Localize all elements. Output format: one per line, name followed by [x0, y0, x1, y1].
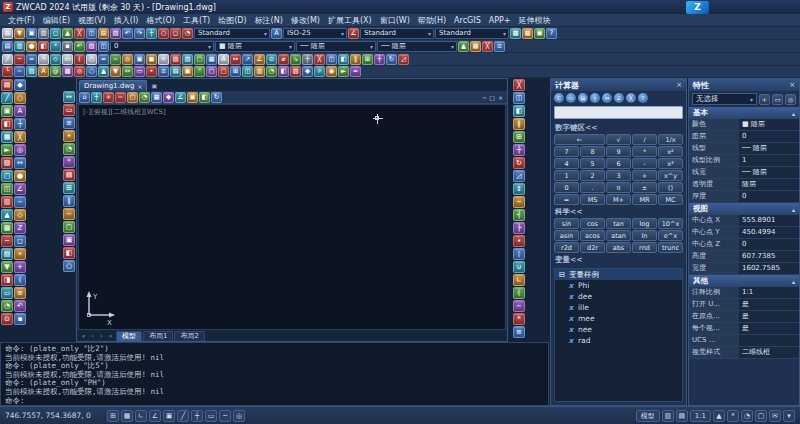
text-style-combo[interactable]: Standard	[194, 28, 270, 39]
new-drawing-tab-icon[interactable]: ▣	[149, 81, 159, 91]
doc-regen-icon[interactable]: ↻	[211, 92, 222, 103]
palette-tool-icon[interactable]: ~	[14, 196, 26, 208]
property-value[interactable]: 是	[739, 299, 799, 310]
calc-mplus-button[interactable]: M+	[606, 194, 631, 205]
color-combo[interactable]: ■ 随层	[215, 41, 295, 52]
edit-polyline-icon[interactable]: └	[2, 66, 13, 77]
cycle-toggle[interactable]: ◎	[233, 410, 245, 422]
save-icon[interactable]: ▣	[26, 28, 37, 39]
calc-tan-button[interactable]: tan	[606, 218, 631, 229]
doc-restore-icon[interactable]: ▢	[489, 92, 495, 103]
chamfer-icon[interactable]: ∟	[513, 274, 525, 286]
layer-states-icon[interactable]: ▥	[14, 41, 25, 52]
variable-item[interactable]: x mee	[555, 313, 682, 324]
calc-plusminus-button[interactable]: ±	[632, 182, 657, 193]
calc-3-button[interactable]: 3	[606, 170, 631, 181]
property-value[interactable]: ── 随层	[739, 143, 799, 154]
property-value[interactable]	[739, 335, 799, 346]
otrack-toggle[interactable]: ╱	[177, 410, 189, 422]
dim-angular-icon[interactable]: ∠	[254, 54, 265, 65]
design-center-icon[interactable]: ▣	[534, 28, 545, 39]
next-layout-icon[interactable]: ›	[97, 331, 106, 341]
doc-iso-view-icon[interactable]: ◆	[163, 92, 174, 103]
undo-icon[interactable]: ↶	[122, 28, 133, 39]
variable-item[interactable]: x Phi	[555, 280, 682, 291]
pickadd-toggle-icon[interactable]: +	[759, 94, 770, 105]
calc-ms-button[interactable]: MS	[580, 194, 605, 205]
property-value[interactable]: 是	[739, 311, 799, 322]
table-icon[interactable]: ▦	[206, 54, 217, 65]
doc-zoom-extents-icon[interactable]: ▢	[127, 92, 138, 103]
hide-icon[interactable]: ◧	[278, 66, 289, 77]
calc-pi-button[interactable]: π	[606, 182, 631, 193]
fillet-icon[interactable]: (	[513, 287, 525, 299]
rectangle-icon[interactable]: ▭	[62, 54, 73, 65]
menu-item[interactable]: 延伸模块	[515, 14, 555, 27]
offset-icon[interactable]: ∥	[350, 54, 361, 65]
menu-item[interactable]: 编辑(E)	[39, 14, 74, 27]
snap-toggle[interactable]: ⊞	[107, 410, 119, 422]
make-block-icon[interactable]: ◼	[146, 54, 157, 65]
calc-trunc-button[interactable]: trunc	[658, 242, 683, 253]
help-icon[interactable]: ?	[546, 28, 557, 39]
ungroup-icon[interactable]: ○	[86, 66, 97, 77]
calc-1-button[interactable]: 1	[554, 170, 579, 181]
audit-icon[interactable]: ▣	[182, 66, 193, 77]
move-icon[interactable]: ┼	[513, 144, 525, 156]
edit-text-icon[interactable]: A	[38, 66, 49, 77]
menu-item[interactable]: 工具(T)	[179, 14, 214, 27]
property-value[interactable]: 1:1	[739, 287, 799, 298]
side-tool-icon[interactable]: ▣	[63, 234, 75, 246]
property-value[interactable]: 0	[739, 239, 799, 250]
mleader-style-combo[interactable]: Standard	[435, 28, 509, 39]
palette-tool-icon[interactable]: ─	[1, 235, 13, 247]
orbit-icon[interactable]: ◔	[266, 66, 277, 77]
calculator-close-icon[interactable]: ×	[676, 81, 682, 89]
paste-icon[interactable]: ▤	[98, 28, 109, 39]
scientific-section-label[interactable]: 科学<<	[551, 205, 686, 218]
calc-distance-icon[interactable]: ↔	[602, 93, 612, 103]
property-value[interactable]: 随层	[739, 179, 799, 190]
dim-radius-icon[interactable]: ⊙	[266, 54, 277, 65]
calc-minus-button[interactable]: -	[632, 158, 657, 169]
command-line-area[interactable]: 命令: (plate_only "比2")当前模块未授权,功能受限,请激活后使用…	[0, 342, 549, 406]
calc-multiply-button[interactable]: *	[632, 146, 657, 157]
palette-tool-icon[interactable]: ╳	[14, 131, 26, 143]
drafting-settings-icon[interactable]: ⊞	[230, 66, 241, 77]
join-icon[interactable]: ∪	[513, 261, 525, 273]
model-paper-toggle[interactable]: 模型	[636, 410, 660, 422]
dim-linear-icon[interactable]: ↔	[230, 54, 241, 65]
copy-clip-icon[interactable]: ◫	[86, 28, 97, 39]
mirror-icon[interactable]: ◧	[513, 105, 525, 117]
palette-tool-icon[interactable]: ▭	[1, 287, 13, 299]
calculator-display[interactable]	[554, 106, 683, 119]
ortho-toggle[interactable]: ∟	[135, 410, 147, 422]
calc-square-button[interactable]: x²	[658, 146, 683, 157]
palette-tool-icon[interactable]: ↶	[14, 300, 26, 312]
palette-tool-icon[interactable]: ►	[1, 144, 13, 156]
align-icon[interactable]: ≡	[513, 326, 525, 338]
doc-orbit-icon[interactable]: ◔	[139, 92, 150, 103]
group-icon[interactable]: ◎	[74, 66, 85, 77]
calc-power-button[interactable]: x^y	[658, 170, 683, 181]
publish-icon[interactable]: ▲	[62, 28, 73, 39]
list-info-icon[interactable]: ≡	[158, 66, 169, 77]
layer-walk-icon[interactable]: ▨	[86, 41, 97, 52]
menu-item[interactable]: 窗口(W)	[376, 14, 414, 27]
model-tab[interactable]: 模型	[116, 331, 142, 341]
layer-lock-icon[interactable]: ▪	[62, 41, 73, 52]
drawing-tab-close-icon[interactable]: ×	[137, 83, 142, 90]
calc-cube-button[interactable]: x³	[658, 158, 683, 169]
scale-icon[interactable]: ◿	[513, 170, 525, 182]
palette-tool-icon[interactable]: ◻	[14, 235, 26, 247]
calc-clear-icon[interactable]: C	[554, 93, 564, 103]
menu-item[interactable]: APP+	[485, 14, 515, 27]
palette-tool-icon[interactable]: ▪	[14, 313, 26, 325]
dim-style-manager-icon[interactable]: ∠	[348, 28, 359, 39]
polar-toggle[interactable]: ∠	[149, 410, 161, 422]
calc-4-button[interactable]: 4	[554, 158, 579, 169]
variable-item[interactable]: x rad	[555, 335, 682, 346]
side-tool-icon[interactable]: ≡	[63, 117, 75, 129]
palette-tool-icon[interactable]: ●	[14, 170, 26, 182]
plot-preview-icon[interactable]: ◻	[50, 28, 61, 39]
